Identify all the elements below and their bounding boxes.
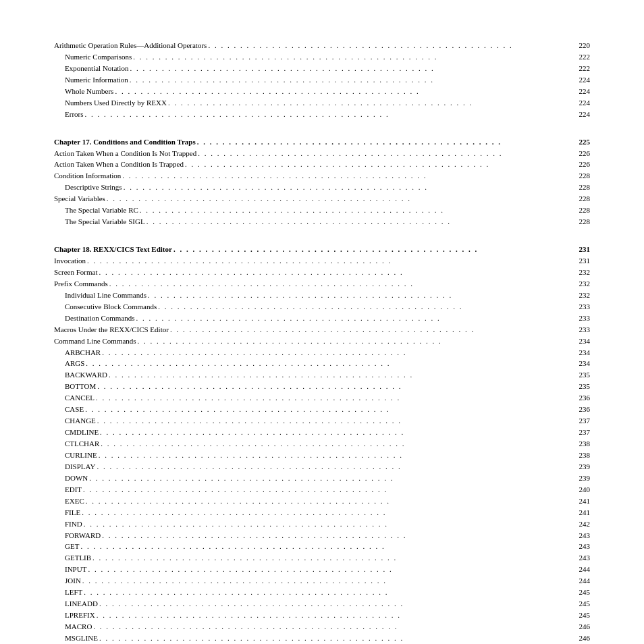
toc-entry: DISPLAY. . . . . . . . . . . . . . . . .…: [54, 462, 590, 473]
entry-label: Chapter 18. REXX/CICS Text Editor: [54, 244, 172, 255]
entry-page: 239: [574, 462, 590, 473]
entry-page: 245: [574, 587, 590, 598]
entry-dots: . . . . . . . . . . . . . . . . . . . . …: [89, 473, 572, 484]
entry-page: 228: [574, 194, 590, 205]
entry-page: 243: [574, 531, 590, 541]
toc-entry: Errors. . . . . . . . . . . . . . . . . …: [54, 109, 590, 120]
entry-label: Macros Under the REXX/CICS Editor: [54, 325, 169, 336]
entry-page: 228: [574, 205, 590, 216]
entry-page: 237: [574, 427, 590, 438]
entry-label: CURLINE: [65, 450, 97, 461]
toc-entry: Condition Information. . . . . . . . . .…: [54, 171, 590, 182]
toc-entry: Whole Numbers. . . . . . . . . . . . . .…: [54, 86, 590, 97]
toc-entry: DOWN. . . . . . . . . . . . . . . . . . …: [54, 473, 590, 484]
entry-dots: . . . . . . . . . . . . . . . . . . . . …: [92, 553, 572, 564]
entry-dots: . . . . . . . . . . . . . . . . . . . . …: [130, 75, 572, 86]
spacer: [54, 228, 590, 235]
entry-page: 233: [574, 313, 590, 324]
entry-page: 245: [574, 610, 590, 621]
entry-label: CHANGE: [65, 416, 96, 427]
toc-entry: FORWARD. . . . . . . . . . . . . . . . .…: [54, 531, 590, 541]
entry-dots: . . . . . . . . . . . . . . . . . . . . …: [146, 217, 572, 227]
entry-label: LPREFIX: [65, 610, 95, 621]
entry-dots: . . . . . . . . . . . . . . . . . . . . …: [86, 496, 572, 507]
entry-label: Screen Format: [54, 267, 97, 278]
entry-dots: . . . . . . . . . . . . . . . . . . . . …: [173, 244, 572, 255]
entry-dots: . . . . . . . . . . . . . . . . . . . . …: [97, 610, 572, 621]
entry-page: 238: [574, 450, 590, 461]
entry-dots: . . . . . . . . . . . . . . . . . . . . …: [97, 381, 572, 392]
entry-page: 224: [574, 86, 590, 97]
entry-dots: . . . . . . . . . . . . . . . . . . . . …: [158, 302, 572, 313]
entry-label: Chapter 17. Conditions and Condition Tra…: [54, 137, 196, 148]
entry-label: ARBCHAR: [65, 348, 101, 358]
entry-label: Action Taken When a Condition Is Not Tra…: [54, 149, 196, 159]
entry-dots: . . . . . . . . . . . . . . . . . . . . …: [86, 358, 572, 369]
entry-page: 244: [574, 576, 590, 587]
entry-dots: . . . . . . . . . . . . . . . . . . . . …: [102, 348, 572, 358]
entry-page: 232: [574, 290, 590, 301]
toc-entry: Action Taken When a Condition Is Trapped…: [54, 159, 590, 170]
entry-page: 241: [574, 496, 590, 507]
toc-entry: CHANGE. . . . . . . . . . . . . . . . . …: [54, 416, 590, 427]
entry-dots: . . . . . . . . . . . . . . . . . . . . …: [93, 622, 572, 633]
entry-dots: . . . . . . . . . . . . . . . . . . . . …: [87, 256, 572, 267]
toc-entry: Numeric Information. . . . . . . . . . .…: [54, 75, 590, 86]
toc-entry: MSGLINE. . . . . . . . . . . . . . . . .…: [54, 633, 590, 644]
entry-page: 245: [574, 599, 590, 610]
page: Arithmetic Operation Rules—Additional Op…: [0, 0, 644, 644]
entry-dots: . . . . . . . . . . . . . . . . . . . . …: [198, 149, 572, 159]
entry-dots: . . . . . . . . . . . . . . . . . . . . …: [130, 63, 572, 74]
entry-dots: . . . . . . . . . . . . . . . . . . . . …: [97, 416, 572, 427]
entry-page: 234: [574, 336, 590, 347]
entry-page: 235: [574, 381, 590, 392]
entry-label: GETLIB: [65, 553, 91, 564]
entry-dots: . . . . . . . . . . . . . . . . . . . . …: [84, 587, 572, 598]
toc-entry: Individual Line Commands. . . . . . . . …: [54, 290, 590, 301]
entry-dots: . . . . . . . . . . . . . . . . . . . . …: [85, 404, 572, 415]
entry-dots: . . . . . . . . . . . . . . . . . . . . …: [124, 182, 572, 193]
entry-page: 239: [574, 473, 590, 484]
entry-page: 232: [574, 267, 590, 278]
toc-entry: CANCEL. . . . . . . . . . . . . . . . . …: [54, 393, 590, 404]
entry-page: 236: [574, 404, 590, 415]
entry-dots: . . . . . . . . . . . . . . . . . . . . …: [96, 393, 572, 404]
entry-page: 228: [574, 217, 590, 227]
entry-dots: . . . . . . . . . . . . . . . . . . . . …: [185, 159, 572, 170]
entry-page: 236: [574, 393, 590, 404]
toc-entry: FIND. . . . . . . . . . . . . . . . . . …: [54, 519, 590, 530]
entry-label: Descriptive Strings: [65, 182, 122, 193]
entry-dots: . . . . . . . . . . . . . . . . . . . . …: [88, 564, 572, 575]
entry-dots: . . . . . . . . . . . . . . . . . . . . …: [148, 290, 572, 301]
entry-label: Action Taken When a Condition Is Trapped: [54, 159, 184, 170]
entry-label: DOWN: [65, 473, 88, 484]
entry-dots: . . . . . . . . . . . . . . . . . . . . …: [109, 370, 572, 381]
entry-dots: . . . . . . . . . . . . . . . . . . . . …: [99, 450, 572, 461]
entry-dots: . . . . . . . . . . . . . . . . . . . . …: [84, 519, 572, 530]
toc-entry: Destination Commands. . . . . . . . . . …: [54, 313, 590, 324]
toc-entry: Descriptive Strings. . . . . . . . . . .…: [54, 182, 590, 193]
toc-container: Arithmetic Operation Rules—Additional Op…: [54, 41, 590, 644]
entry-label: JOIN: [65, 576, 81, 587]
entry-dots: . . . . . . . . . . . . . . . . . . . . …: [83, 485, 572, 495]
entry-page: 228: [574, 182, 590, 193]
entry-label: CMDLINE: [65, 427, 99, 438]
toc-entry: Chapter 18. REXX/CICS Text Editor. . . .…: [54, 244, 590, 255]
entry-label: EDIT: [65, 485, 82, 495]
entry-label: MSGLINE: [65, 633, 98, 644]
entry-page: 243: [574, 541, 590, 552]
toc-entry: Invocation. . . . . . . . . . . . . . . …: [54, 256, 590, 267]
entry-page: 244: [574, 564, 590, 575]
entry-dots: . . . . . . . . . . . . . . . . . . . . …: [138, 336, 572, 347]
entry-page: 231: [574, 244, 590, 255]
toc-entry: CASE. . . . . . . . . . . . . . . . . . …: [54, 404, 590, 415]
toc-entry: The Special Variable RC. . . . . . . . .…: [54, 205, 590, 216]
entry-page: 242: [574, 519, 590, 530]
entry-page: 240: [574, 485, 590, 495]
toc-entry: Macros Under the REXX/CICS Editor. . . .…: [54, 325, 590, 336]
toc-entry: CURLINE. . . . . . . . . . . . . . . . .…: [54, 450, 590, 461]
entry-label: ARGS: [65, 358, 84, 369]
entry-dots: . . . . . . . . . . . . . . . . . . . . …: [102, 531, 572, 541]
entry-page: 226: [574, 149, 590, 159]
entry-label: Destination Commands: [65, 313, 135, 324]
